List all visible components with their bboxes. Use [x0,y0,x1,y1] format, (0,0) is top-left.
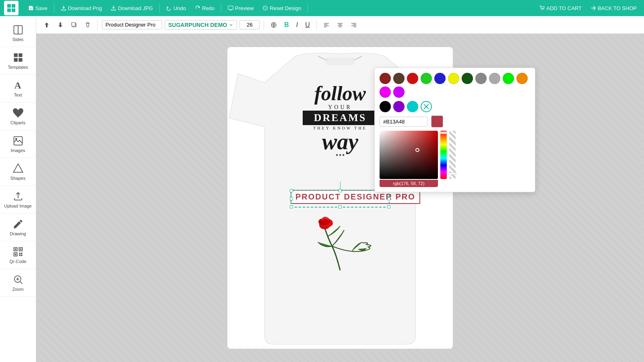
add-to-cart-button[interactable]: ADD TO CART [536,4,585,13]
hex-input[interactable] [380,117,428,127]
handle-ml[interactable] [290,197,293,200]
svg-rect-9 [14,53,17,57]
divider [97,20,98,30]
color-gradient-section: rgb(176, 58, 72) [380,131,530,187]
preview-button[interactable]: Preview [225,4,257,13]
swatch-orange[interactable] [516,73,528,84]
move-up-button[interactable] [41,20,52,30]
delete-button[interactable] [82,20,93,30]
move-down-button[interactable] [55,20,66,30]
divider [264,20,264,30]
swatch-transparent[interactable] [421,101,432,112]
swatch-yellow[interactable] [448,73,459,84]
format-toolbar: Product Designer Pro SUGARPUNCH DEMO 26 … [36,16,644,34]
alpha-slider[interactable] [449,131,456,179]
save-button[interactable]: Save [25,4,51,13]
swatch-cyan[interactable] [407,101,418,112]
handle-tm[interactable] [339,189,342,192]
svg-rect-2 [7,8,11,12]
hex-color-preview [431,115,443,128]
divider [221,3,221,13]
align-right-button[interactable] [348,20,359,30]
svg-rect-4 [228,6,233,10]
sidebar-item-templates[interactable]: Templates [0,47,36,75]
swatch-bright-green[interactable] [421,73,432,84]
sidebar-item-text[interactable]: A Text [0,75,36,103]
sidebar-item-qrcode[interactable]: Qr-Code [0,241,36,269]
canvas-area[interactable]: follow YOUR DREAMS THEY KNOW THE way ✦✦✦ [36,34,644,362]
sidebar-item-cliparts[interactable]: Cliparts [0,103,36,130]
selection-border [291,190,390,208]
svg-rect-22 [19,253,21,254]
divider [54,3,54,13]
text-dreams: DREAMS [303,111,378,125]
bold-button[interactable]: B [282,20,291,30]
svg-rect-12 [19,58,22,62]
font-size-input[interactable]: 26 [239,20,260,29]
download-jpg-button[interactable]: Download JPG [107,4,156,13]
sidebar-item-drawing[interactable]: Drawing [0,214,36,241]
swatch-dark-green[interactable] [462,73,473,84]
swatch-violet[interactable] [393,101,405,112]
handle-bm[interactable] [339,205,342,208]
svg-rect-30 [72,23,75,26]
back-to-shop-button[interactable]: BACK TO SHOP [587,4,640,13]
sidebar-item-upload[interactable]: Upload Image [0,186,36,214]
duplicate-button[interactable] [68,20,80,30]
divider [316,20,317,30]
rose-image [304,214,376,274]
swatch-gray[interactable] [475,73,487,84]
svg-rect-10 [19,53,22,57]
font-name-display: Product Designer Pro [102,20,162,29]
svg-text:A: A [14,80,21,90]
color-picker-popup: rgb(176, 58, 72) [374,68,535,192]
svg-rect-3 [12,8,15,12]
handle-mr[interactable] [387,197,390,200]
undo-button[interactable]: Undo [163,4,189,13]
svg-rect-1 [12,4,15,8]
sidebar-item-images[interactable]: Images [0,130,36,158]
svg-point-5 [541,9,542,10]
handle-br[interactable] [387,205,390,208]
swatch-black[interactable] [380,101,391,112]
handle-tl[interactable] [290,189,293,192]
svg-rect-11 [14,58,17,62]
svg-point-50 [322,219,328,225]
hue-slider[interactable] [440,131,447,179]
align-center-button[interactable] [334,20,346,30]
redo-button[interactable]: Redo [192,4,218,13]
sidebar-item-shapes[interactable]: Shapes [0,158,36,186]
swatch-red[interactable] [407,73,418,84]
swatch-purple[interactable] [393,86,405,98]
swatch-dark-red[interactable] [380,73,391,84]
globe-icon-button[interactable] [268,20,279,30]
color-gradient-picker[interactable] [380,131,438,179]
divider [308,3,308,13]
download-png-button[interactable]: Download Png [58,4,105,13]
align-left-button[interactable] [321,20,332,30]
divider [159,3,160,13]
sidebar-item-zoom[interactable]: Zoom [0,269,36,297]
handle-bl[interactable] [290,205,293,208]
swatch-light-gray[interactable] [489,73,500,84]
svg-rect-25 [21,255,23,256]
svg-point-6 [543,9,543,10]
sidebar-item-sides[interactable]: Sides [0,19,36,47]
swatch-pink[interactable] [380,86,391,98]
font-style-dropdown[interactable]: SUGARPUNCH DEMO [165,20,237,30]
underline-button[interactable]: U [303,20,312,30]
selection-line [340,182,341,190]
swatch-blue[interactable] [434,73,446,84]
svg-rect-0 [7,4,11,8]
reset-button[interactable]: Reset Design [259,4,304,13]
top-toolbar: Save Download Png Download JPG Undo Redo… [0,0,644,16]
svg-rect-44 [327,58,353,65]
svg-rect-24 [19,255,21,256]
main-layout: Sides Templates A Text Cliparts Images S… [0,16,644,362]
left-sidebar: Sides Templates A Text Cliparts Images S… [0,16,36,362]
swatch-dark-brown[interactable] [393,73,405,84]
swatch-lime[interactable] [503,73,514,84]
italic-button[interactable]: I [294,20,300,30]
svg-rect-23 [21,253,23,254]
hex-input-row [380,115,530,128]
